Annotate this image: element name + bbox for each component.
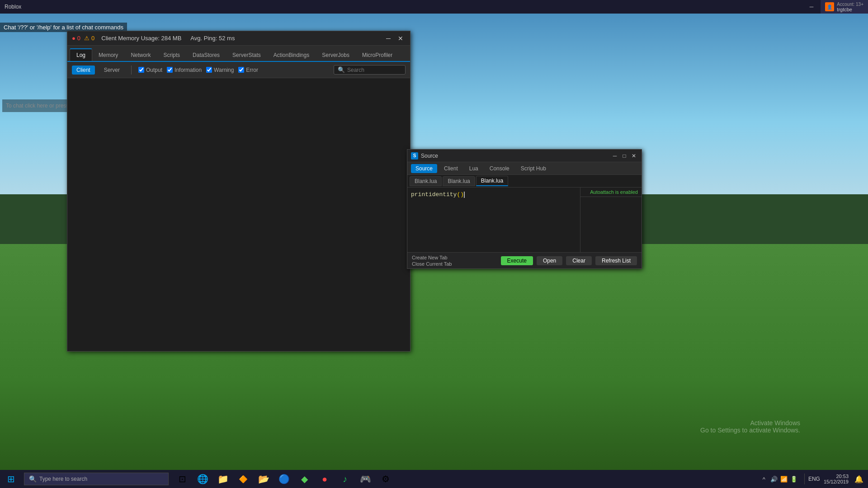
tab-serverstats[interactable]: ServerStats — [226, 49, 267, 61]
volume-icon[interactable]: 🔊 — [769, 474, 778, 483]
edge-button[interactable]: 🌐 — [193, 470, 212, 488]
information-checkbox-label[interactable]: Information — [167, 67, 202, 73]
execute-button[interactable]: Execute — [501, 256, 533, 265]
spotify-button[interactable]: ♪ — [336, 470, 354, 488]
user-avatar: 👤 — [825, 2, 834, 11]
dev-console-warning-count: 0 — [91, 35, 94, 42]
clear-button[interactable]: Clear — [566, 256, 592, 265]
create-new-tab-button[interactable]: Create New Tab — [412, 255, 452, 260]
folders-button[interactable]: 📂 — [255, 470, 273, 488]
tab-log[interactable]: Log — [70, 48, 92, 61]
user-info-panel: 👤 Account: 13+ trgtcbe — [821, 0, 868, 14]
minimize-button[interactable]: ─ — [801, 0, 822, 14]
dev-console-content — [67, 78, 410, 351]
code-cursor — [464, 192, 465, 198]
taskbar-app-icons: ⊡ 🌐 📁 🔶 📂 🔵 ◆ ● ♪ 🎮 ⚙ — [173, 470, 395, 488]
taskbar-search-box[interactable]: 🔍 Type here to search — [24, 473, 169, 485]
autoattach-label: Autoattach is enabled — [580, 188, 642, 197]
network-icon[interactable]: 📶 — [779, 474, 788, 483]
tab-microprofiler[interactable]: MicroProfiler — [356, 49, 399, 61]
source-file-tab-bar: Blank.lua Blank.lua Blank.lua — [407, 175, 642, 188]
source-nav-tab-client[interactable]: Client — [439, 164, 462, 173]
source-window: S Source ─ □ ✕ Source Client Lua Console… — [407, 149, 642, 269]
search-input[interactable] — [347, 67, 401, 73]
developer-console-window: ● 0 ⚠ 0 Client Memory Usage: 284 MB Avg.… — [67, 31, 410, 352]
dev-console-tab-bar: Log Memory Network Scripts DataStores Se… — [67, 46, 410, 62]
dev-console-toolbar: Client Server Output Information Warning… — [67, 62, 410, 78]
information-label: Information — [175, 67, 202, 73]
file-explorer-button[interactable]: 📁 — [214, 470, 232, 488]
source-file-tab-2[interactable]: Blank.lua — [476, 176, 508, 186]
dev-console-titlebar: ● 0 ⚠ 0 Client Memory Usage: 284 MB Avg.… — [67, 31, 410, 46]
source-minimize-button[interactable]: ─ — [611, 152, 619, 160]
date-display: 15/12/2019 — [824, 479, 849, 484]
vscode-button[interactable]: 🔵 — [275, 470, 293, 488]
battery-icon[interactable]: 🔋 — [789, 474, 798, 483]
taskbar-right-area: ^ 🔊 📶 🔋 ENG 20:53 15/12/2019 🔔 — [757, 474, 868, 484]
source-footer-buttons: Execute Open Clear Refresh List — [501, 256, 637, 265]
start-button[interactable]: ⊞ — [0, 470, 22, 488]
search-box[interactable]: 🔍 — [334, 65, 406, 75]
app1-button[interactable]: ◆ — [295, 470, 313, 488]
output-checkbox-label[interactable]: Output — [138, 67, 162, 73]
source-file-tab-0[interactable]: Blank.lua — [410, 176, 442, 186]
warning-checkbox[interactable] — [206, 67, 212, 73]
tab-datastores[interactable]: DataStores — [186, 49, 226, 61]
close-current-tab-button[interactable]: Close Current Tab — [412, 261, 452, 267]
dev-console-controls: ─ ✕ — [383, 33, 406, 43]
windows-icon: ⊞ — [7, 474, 15, 484]
source-icon: S — [411, 152, 418, 160]
source-close-button[interactable]: ✕ — [630, 152, 638, 160]
open-button[interactable]: Open — [537, 256, 562, 265]
source-autoattach-panel: Autoattach is enabled — [580, 188, 642, 252]
output-label: Output — [146, 67, 162, 73]
task-view-button[interactable]: ⊡ — [173, 470, 191, 488]
source-nav-tab-bar: Source Client Lua Console Script Hub — [407, 162, 642, 175]
source-nav-tab-scripthub[interactable]: Script Hub — [516, 164, 551, 173]
app3-button[interactable]: 🎮 — [356, 470, 374, 488]
language-indicator[interactable]: ENG — [808, 476, 820, 482]
warning-label: Warning — [214, 67, 234, 73]
tab-memory[interactable]: Memory — [92, 49, 124, 61]
refresh-list-button[interactable]: Refresh List — [595, 256, 637, 265]
system-tray: ^ 🔊 📶 🔋 — [757, 474, 801, 483]
tab-serverjobs[interactable]: ServerJobs — [316, 49, 356, 61]
information-checkbox[interactable] — [167, 67, 173, 73]
app-title: Roblox — [5, 4, 21, 10]
server-button[interactable]: Server — [99, 66, 124, 75]
error-checkbox[interactable] — [238, 67, 244, 73]
tab-network[interactable]: Network — [124, 49, 157, 61]
source-controls: ─ □ ✕ — [611, 152, 638, 160]
taskbar-search-icon: 🔍 — [29, 475, 37, 483]
source-editor[interactable]: printidentity() — [407, 188, 580, 252]
dev-console-close-button[interactable]: ✕ — [396, 33, 406, 43]
roblox-titlebar: Roblox ─ □ ✕ — [0, 0, 868, 14]
source-file-tab-1[interactable]: Blank.lua — [443, 176, 475, 186]
notifications-button[interactable]: 🔔 — [854, 474, 863, 483]
source-nav-tab-console[interactable]: Console — [485, 164, 514, 173]
dev-console-ping: Avg. Ping: 52 ms — [190, 35, 235, 42]
tab-scripts[interactable]: Scripts — [157, 49, 186, 61]
show-hidden-icons[interactable]: ^ — [760, 474, 769, 483]
source-nav-tab-source[interactable]: Source — [411, 164, 437, 173]
app2-button[interactable]: ● — [316, 470, 334, 488]
source-main-area: printidentity() Autoattach is enabled — [407, 188, 642, 252]
error-checkbox-label[interactable]: Error — [238, 67, 258, 73]
source-maximize-button[interactable]: □ — [620, 152, 628, 160]
warning-checkbox-label[interactable]: Warning — [206, 67, 234, 73]
username-display: trgtcbe — [837, 7, 863, 12]
source-nav-tab-lua[interactable]: Lua — [465, 164, 483, 173]
dev-console-memory: Client Memory Usage: 284 MB — [101, 35, 181, 42]
chrome-button[interactable]: 🔶 — [234, 470, 252, 488]
app4-button[interactable]: ⚙ — [377, 470, 395, 488]
output-checkbox[interactable] — [138, 67, 144, 73]
user-account-level: Account: 13+ — [837, 2, 863, 7]
dev-console-warning-icon: ⚠ — [84, 35, 90, 42]
source-footer: Create New Tab Close Current Tab Execute… — [407, 252, 642, 268]
error-label: Error — [246, 67, 258, 73]
tab-actionbindings[interactable]: ActionBindings — [267, 49, 316, 61]
time-display: 20:53 — [824, 474, 849, 479]
client-button[interactable]: Client — [72, 66, 95, 75]
dev-console-minimize-button[interactable]: ─ — [383, 33, 393, 43]
search-icon: 🔍 — [338, 66, 345, 73]
